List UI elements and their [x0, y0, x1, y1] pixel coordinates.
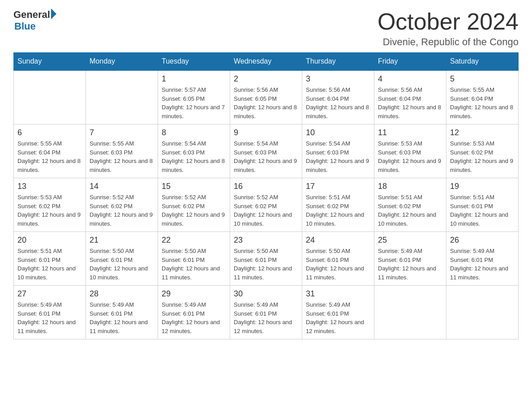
day-info: Sunrise: 5:56 AM Sunset: 6:04 PM Dayligh…: [378, 86, 442, 120]
logo-blue: Blue: [14, 21, 56, 32]
day-info: Sunrise: 5:49 AM Sunset: 6:01 PM Dayligh…: [450, 247, 515, 282]
calendar-cell: [86, 70, 158, 124]
calendar-cell: 18Sunrise: 5:51 AM Sunset: 6:02 PM Dayli…: [374, 178, 446, 232]
day-number: 29: [162, 289, 226, 299]
day-info: Sunrise: 5:54 AM Sunset: 6:03 PM Dayligh…: [162, 139, 226, 174]
calendar-header: SundayMondayTuesdayWednesdayThursdayFrid…: [14, 53, 519, 71]
day-number: 16: [234, 182, 298, 191]
calendar-cell: 4Sunrise: 5:56 AM Sunset: 6:04 PM Daylig…: [374, 70, 446, 124]
day-number: 17: [306, 182, 370, 191]
day-number: 15: [162, 182, 226, 191]
calendar-cell: 1Sunrise: 5:57 AM Sunset: 6:05 PM Daylig…: [158, 70, 230, 124]
calendar-week-1: 1Sunrise: 5:57 AM Sunset: 6:05 PM Daylig…: [14, 70, 519, 124]
calendar-cell: 5Sunrise: 5:55 AM Sunset: 6:04 PM Daylig…: [446, 70, 519, 124]
calendar-cell: [446, 286, 519, 339]
calendar-cell: 29Sunrise: 5:49 AM Sunset: 6:01 PM Dayli…: [158, 286, 230, 339]
calendar-week-3: 13Sunrise: 5:53 AM Sunset: 6:02 PM Dayli…: [14, 178, 519, 232]
day-info: Sunrise: 5:57 AM Sunset: 6:05 PM Dayligh…: [162, 86, 226, 120]
calendar-cell: 6Sunrise: 5:55 AM Sunset: 6:04 PM Daylig…: [14, 124, 86, 178]
day-info: Sunrise: 5:56 AM Sunset: 6:05 PM Dayligh…: [234, 86, 298, 120]
day-number: 2: [234, 74, 298, 84]
calendar-cell: [14, 70, 86, 124]
location-title: Divenie, Republic of the Congo: [378, 36, 519, 48]
day-number: 23: [234, 235, 298, 245]
weekday-header-tuesday: Tuesday: [158, 53, 230, 71]
day-number: 31: [306, 289, 370, 299]
calendar-cell: 10Sunrise: 5:54 AM Sunset: 6:03 PM Dayli…: [302, 124, 374, 178]
calendar-cell: 20Sunrise: 5:51 AM Sunset: 6:01 PM Dayli…: [14, 232, 86, 286]
calendar-cell: 23Sunrise: 5:50 AM Sunset: 6:01 PM Dayli…: [230, 232, 302, 286]
day-number: 10: [306, 128, 370, 137]
day-info: Sunrise: 5:53 AM Sunset: 6:03 PM Dayligh…: [378, 139, 442, 174]
day-info: Sunrise: 5:50 AM Sunset: 6:01 PM Dayligh…: [162, 247, 226, 282]
day-number: 19: [450, 182, 515, 191]
day-info: Sunrise: 5:56 AM Sunset: 6:04 PM Dayligh…: [306, 86, 370, 120]
day-number: 28: [90, 289, 154, 299]
calendar-cell: 15Sunrise: 5:52 AM Sunset: 6:02 PM Dayli…: [158, 178, 230, 232]
day-info: Sunrise: 5:50 AM Sunset: 6:01 PM Dayligh…: [90, 247, 154, 282]
day-number: 27: [17, 289, 82, 299]
calendar-week-5: 27Sunrise: 5:49 AM Sunset: 6:01 PM Dayli…: [14, 286, 519, 339]
weekday-header-monday: Monday: [86, 53, 158, 71]
day-number: 21: [90, 235, 154, 245]
day-number: 25: [378, 235, 442, 245]
day-number: 4: [378, 74, 442, 84]
day-info: Sunrise: 5:55 AM Sunset: 6:04 PM Dayligh…: [450, 86, 515, 120]
day-number: 8: [162, 128, 226, 137]
day-info: Sunrise: 5:53 AM Sunset: 6:02 PM Dayligh…: [450, 139, 515, 174]
day-number: 20: [17, 235, 82, 245]
day-info: Sunrise: 5:53 AM Sunset: 6:02 PM Dayligh…: [17, 193, 82, 228]
title-section: October 2024 Divenie, Republic of the Co…: [378, 9, 519, 48]
weekday-header-saturday: Saturday: [446, 53, 519, 71]
page-header: General Blue October 2024 Divenie, Repub…: [13, 9, 519, 48]
weekday-header-friday: Friday: [374, 53, 446, 71]
month-title: October 2024: [378, 9, 519, 34]
weekday-header-thursday: Thursday: [302, 53, 374, 71]
day-info: Sunrise: 5:51 AM Sunset: 6:01 PM Dayligh…: [17, 247, 82, 282]
day-number: 12: [450, 128, 515, 137]
day-info: Sunrise: 5:49 AM Sunset: 6:01 PM Dayligh…: [17, 300, 82, 335]
day-info: Sunrise: 5:55 AM Sunset: 6:04 PM Dayligh…: [17, 139, 82, 174]
calendar-cell: 27Sunrise: 5:49 AM Sunset: 6:01 PM Dayli…: [14, 286, 86, 339]
day-number: 14: [90, 182, 154, 191]
day-info: Sunrise: 5:51 AM Sunset: 6:02 PM Dayligh…: [306, 193, 370, 228]
day-info: Sunrise: 5:52 AM Sunset: 6:02 PM Dayligh…: [90, 193, 154, 228]
day-number: 18: [378, 182, 442, 191]
calendar-week-4: 20Sunrise: 5:51 AM Sunset: 6:01 PM Dayli…: [14, 232, 519, 286]
day-info: Sunrise: 5:54 AM Sunset: 6:03 PM Dayligh…: [306, 139, 370, 174]
calendar-cell: 28Sunrise: 5:49 AM Sunset: 6:01 PM Dayli…: [86, 286, 158, 339]
calendar-cell: 25Sunrise: 5:49 AM Sunset: 6:01 PM Dayli…: [374, 232, 446, 286]
day-info: Sunrise: 5:49 AM Sunset: 6:01 PM Dayligh…: [90, 300, 154, 335]
day-info: Sunrise: 5:49 AM Sunset: 6:01 PM Dayligh…: [234, 300, 298, 335]
day-number: 26: [450, 235, 515, 245]
day-info: Sunrise: 5:51 AM Sunset: 6:02 PM Dayligh…: [378, 193, 442, 228]
day-number: 24: [306, 235, 370, 245]
day-number: 1: [162, 74, 226, 84]
calendar-cell: 13Sunrise: 5:53 AM Sunset: 6:02 PM Dayli…: [14, 178, 86, 232]
calendar-cell: 7Sunrise: 5:55 AM Sunset: 6:03 PM Daylig…: [86, 124, 158, 178]
day-number: 7: [90, 128, 154, 137]
weekday-header-sunday: Sunday: [14, 53, 86, 71]
calendar-cell: 3Sunrise: 5:56 AM Sunset: 6:04 PM Daylig…: [302, 70, 374, 124]
calendar-cell: 11Sunrise: 5:53 AM Sunset: 6:03 PM Dayli…: [374, 124, 446, 178]
calendar-cell: 21Sunrise: 5:50 AM Sunset: 6:01 PM Dayli…: [86, 232, 158, 286]
logo: General Blue: [13, 9, 56, 32]
day-info: Sunrise: 5:50 AM Sunset: 6:01 PM Dayligh…: [234, 247, 298, 282]
calendar-cell: 8Sunrise: 5:54 AM Sunset: 6:03 PM Daylig…: [158, 124, 230, 178]
calendar-cell: [374, 286, 446, 339]
calendar-cell: 14Sunrise: 5:52 AM Sunset: 6:02 PM Dayli…: [86, 178, 158, 232]
calendar-cell: 22Sunrise: 5:50 AM Sunset: 6:01 PM Dayli…: [158, 232, 230, 286]
day-info: Sunrise: 5:52 AM Sunset: 6:02 PM Dayligh…: [162, 193, 226, 228]
day-info: Sunrise: 5:54 AM Sunset: 6:03 PM Dayligh…: [234, 139, 298, 174]
calendar-cell: 26Sunrise: 5:49 AM Sunset: 6:01 PM Dayli…: [446, 232, 519, 286]
logo-general: General: [13, 9, 50, 21]
calendar-cell: 12Sunrise: 5:53 AM Sunset: 6:02 PM Dayli…: [446, 124, 519, 178]
calendar-week-2: 6Sunrise: 5:55 AM Sunset: 6:04 PM Daylig…: [14, 124, 519, 178]
weekday-header-wednesday: Wednesday: [230, 53, 302, 71]
day-number: 30: [234, 289, 298, 299]
calendar-cell: 16Sunrise: 5:52 AM Sunset: 6:02 PM Dayli…: [230, 178, 302, 232]
day-number: 5: [450, 74, 515, 84]
calendar-cell: 31Sunrise: 5:49 AM Sunset: 6:01 PM Dayli…: [302, 286, 374, 339]
day-number: 11: [378, 128, 442, 137]
day-number: 22: [162, 235, 226, 245]
